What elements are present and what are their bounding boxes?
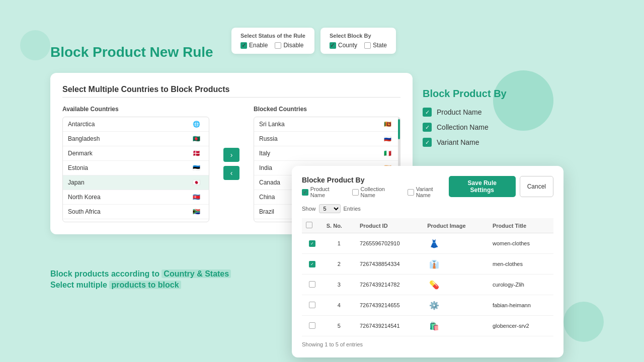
list-item[interactable]: Sri Lanka🇱🇰	[254, 117, 400, 132]
list-item[interactable]: Antarctica🌐	[63, 117, 209, 132]
row-pid: 7267439214541	[356, 316, 423, 336]
add-button[interactable]: ›	[223, 148, 239, 162]
block-option-item[interactable]: ✓Product Name	[423, 108, 564, 117]
state-option[interactable]: State	[364, 42, 387, 49]
enable-option[interactable]: ✓ Enable	[240, 42, 268, 49]
modal-buttons: Save Rule Settings Cancel	[449, 176, 553, 197]
country-name: China	[259, 194, 275, 201]
disable-label: Disable	[283, 42, 303, 49]
country-flag: 🇧🇩	[193, 135, 204, 142]
checkbox-checked[interactable]: ✓	[302, 189, 308, 196]
table-row: ✓ 2 7267438854334 👔 men-clothes	[302, 254, 553, 275]
table-header-cell	[302, 218, 323, 233]
row-checkbox-cell[interactable]: ✓	[302, 233, 323, 254]
country-flag: 🇷🇺	[384, 135, 395, 142]
table-row: 3 7267439214782 💊 curology-Zlih	[302, 275, 553, 295]
available-countries-list[interactable]: Antarctica🌐Bangladesh🇧🇩Denmark🇩🇰Estonia🇪…	[62, 117, 209, 222]
list-item[interactable]: South Africa🇿🇦	[63, 205, 209, 219]
country-name: Antarctica	[68, 121, 95, 128]
country-flag: 🇪🇪	[193, 164, 204, 171]
disable-checkbox[interactable]	[275, 42, 281, 49]
row-sno: 2	[323, 254, 356, 275]
product-thumbnail: ⚙️	[427, 298, 441, 312]
state-checkbox[interactable]	[364, 42, 371, 49]
cancel-button[interactable]: Cancel	[520, 176, 553, 197]
row-checkbox-cell[interactable]	[302, 295, 323, 316]
row-checkbox-cell[interactable]	[302, 275, 323, 295]
country-name: Brazil	[259, 208, 274, 215]
select-all-checkbox[interactable]	[306, 222, 312, 228]
list-item[interactable]: North Korea🇰🇵	[63, 190, 209, 205]
modal-footer: Showing 1 to 5 of entries	[302, 341, 553, 347]
list-item[interactable]: Italy🇮🇹	[254, 146, 400, 161]
top-controls: Select Status of the Rule ✓ Enable Disab…	[231, 28, 396, 54]
check-icon: ✓	[423, 138, 432, 147]
row-title: men-clothes	[489, 254, 553, 275]
enable-checkbox[interactable]: ✓	[240, 42, 247, 49]
product-thumbnail: 👗	[427, 236, 441, 250]
save-button[interactable]: Save Rule Settings	[449, 176, 516, 197]
row-sno: 4	[323, 295, 356, 316]
row-checkbox-cell[interactable]: ✓	[302, 254, 323, 275]
list-item[interactable]: Estonia🇪🇪	[63, 161, 209, 175]
row-pid: 7265596702910	[356, 233, 423, 254]
bottom-text: Block products according to Country & St…	[50, 269, 231, 292]
line2-pre: Select multiple	[50, 281, 109, 289]
row-pid: 7267439214655	[356, 295, 423, 316]
row-img: 🛍️	[423, 316, 489, 336]
list-item[interactable]: Bangladesh🇧🇩	[63, 132, 209, 146]
divider	[62, 97, 400, 98]
block-option-item[interactable]: ✓Variant Name	[423, 138, 564, 147]
modal-checkbox-item[interactable]: Collection Name	[352, 186, 400, 198]
status-card: Select Status of the Rule ✓ Enable Disab…	[231, 28, 314, 54]
row-checkbox[interactable]	[309, 281, 315, 288]
remove-button[interactable]: ‹	[223, 166, 239, 180]
country-name: Italy	[259, 150, 270, 157]
table-header-cell: S. No.	[323, 218, 356, 233]
row-img: ⚙️	[423, 295, 489, 316]
available-label: Available Countries	[62, 106, 209, 113]
list-item[interactable]: Japan🇯🇵	[63, 175, 209, 190]
modal-header: Blocke Product By ✓Product NameCollectio…	[302, 176, 553, 198]
country-flag: 🇩🇰	[193, 150, 204, 157]
country-flag: 🇱🇰	[384, 121, 395, 128]
row-checkbox[interactable]	[309, 322, 315, 329]
row-checkbox-cell[interactable]	[302, 316, 323, 336]
table-header-cell: Product Image	[423, 218, 489, 233]
line2-highlight: products to block	[109, 281, 181, 289]
modal-checkbox-item[interactable]: Variant Name	[408, 186, 449, 198]
row-checkbox[interactable]	[309, 302, 315, 308]
entries-label: Entries	[344, 206, 361, 212]
country-name: Estonia	[68, 164, 88, 171]
transfer-buttons: › ‹	[219, 106, 244, 222]
blocked-label: Blocked Countries	[254, 106, 400, 113]
modal-checkbox-item[interactable]: ✓Product Name	[302, 186, 345, 198]
checkbox-unchecked[interactable]	[408, 189, 414, 196]
disable-option[interactable]: Disable	[275, 42, 303, 49]
row-sno: 1	[323, 233, 356, 254]
list-item[interactable]: Russia🇷🇺	[254, 132, 400, 146]
option-label: Collection Name	[437, 123, 489, 131]
decorative-circle-3	[20, 30, 50, 60]
decorative-circle-2	[564, 302, 604, 342]
country-name: Russia	[259, 135, 278, 142]
entries-select[interactable]: 5 10 25	[319, 204, 341, 213]
modal-title: Blocke Product By	[302, 176, 449, 184]
block-product-title: Block Product By	[423, 88, 564, 100]
table-header-cell: Product ID	[356, 218, 423, 233]
row-checkbox[interactable]: ✓	[309, 261, 315, 267]
country-name: North Korea	[68, 194, 101, 201]
county-option[interactable]: ✓ County	[330, 42, 357, 49]
list-item[interactable]: United States🇺🇸	[63, 219, 209, 222]
row-pid: 7267439214782	[356, 275, 423, 295]
country-name: Japan	[68, 179, 85, 186]
block-option-item[interactable]: ✓Collection Name	[423, 123, 564, 132]
checkbox-unchecked[interactable]	[352, 189, 359, 196]
country-name: Canada	[259, 179, 280, 186]
county-checkbox[interactable]: ✓	[330, 42, 336, 49]
row-checkbox[interactable]: ✓	[309, 240, 315, 247]
list-item[interactable]: Denmark🇩🇰	[63, 146, 209, 161]
country-flag: 🇰🇵	[193, 194, 204, 201]
state-label: State	[373, 42, 387, 49]
row-img: 👔	[423, 254, 489, 275]
